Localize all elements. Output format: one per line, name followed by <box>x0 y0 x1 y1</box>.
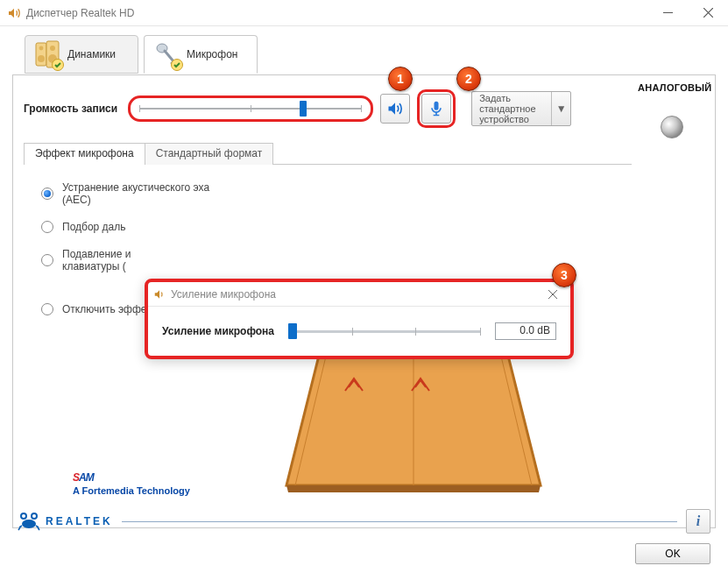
check-badge-icon <box>52 59 64 71</box>
svg-rect-0 <box>663 12 673 13</box>
radio-icon <box>41 303 53 315</box>
tab-mic-effect[interactable]: Эффект микрофона <box>24 143 145 165</box>
svg-point-17 <box>22 520 36 528</box>
recording-volume-row: Громкость записи Задать стандартн <box>24 88 632 130</box>
sam-logo: SAM A Fortemedia Technology <box>73 451 190 496</box>
check-badge-icon <box>171 59 183 71</box>
body-area: Динамики Микрофон Громкость записи <box>0 26 728 573</box>
mic-boost-button[interactable] <box>421 94 451 124</box>
realtek-text: REALTEK <box>46 515 113 527</box>
window-title: Диспетчер Realtek HD <box>26 7 647 19</box>
svg-marker-13 <box>286 485 541 492</box>
effect-keyboard-label: Подавление и клавиатуры ( <box>62 248 167 272</box>
device-tabs: Динамики Микрофон <box>12 35 716 75</box>
tab-microphone-label: Микрофон <box>187 48 237 60</box>
effect-farfield-label: Подбор даль <box>62 221 126 233</box>
tab-speakers[interactable]: Динамики <box>25 35 138 74</box>
mic-boost-button-highlight <box>417 89 456 128</box>
svg-point-6 <box>38 55 45 62</box>
realtek-logo: REALTEK <box>18 512 113 531</box>
sam-tagline: A Fortemedia Technology <box>73 485 190 496</box>
floor-graphic <box>278 345 549 494</box>
chevron-down-icon: ▼ <box>551 92 570 125</box>
annotation-badge-3: 3 <box>552 263 576 287</box>
sidebar: АНАЛОГОВЫЙ <box>638 82 706 138</box>
audio-jack-indicator[interactable] <box>661 116 683 138</box>
info-button[interactable]: i <box>686 509 710 534</box>
mic-boost-dialog: Усиление микрофона Усиление микрофона 0.… <box>145 279 574 359</box>
radio-icon <box>41 221 53 233</box>
recording-volume-slider[interactable] <box>128 96 373 122</box>
close-button[interactable] <box>688 0 728 26</box>
svg-point-3 <box>50 46 55 51</box>
radio-icon <box>41 254 53 266</box>
set-default-device-button[interactable]: Задать стандартное устройство ▼ <box>471 91 571 126</box>
svg-rect-10 <box>435 102 439 110</box>
mic-boost-label: Усиление микрофона <box>162 325 274 337</box>
set-default-device-label: Задать стандартное устройство <box>472 89 551 128</box>
ok-button[interactable]: OK <box>635 543 710 564</box>
mic-boost-titlebar: Усиление микрофона <box>148 282 570 307</box>
annotation-badge-1: 1 <box>388 67 413 91</box>
svg-point-19 <box>32 513 37 519</box>
mic-boost-slider[interactable] <box>288 330 481 333</box>
radio-icon <box>41 187 53 200</box>
svg-point-18 <box>21 513 26 519</box>
annotation-badge-2: 2 <box>456 67 481 91</box>
crab-icon <box>18 512 40 531</box>
effect-aec[interactable]: Устранение акустического эха (AEC) <box>41 177 632 210</box>
mic-icon <box>428 100 445 117</box>
sound-icon <box>386 100 404 117</box>
sidebar-title: АНАЛОГОВЫЙ <box>638 82 706 93</box>
tab-microphone[interactable]: Микрофон <box>144 35 258 74</box>
mic-boost-value: 0.0 dB <box>495 322 556 340</box>
speaker-icon <box>153 288 166 301</box>
effect-keyboard-suppression[interactable]: Подавление и клавиатуры ( <box>41 244 632 277</box>
speaker-icon <box>7 6 21 20</box>
realtek-bar: REALTEK i <box>18 508 710 534</box>
mic-subtabs: Эффект микрофона Стандартный формат <box>24 142 632 165</box>
minimize-button[interactable] <box>647 0 688 26</box>
titlebar: Диспетчер Realtek HD <box>0 0 728 26</box>
star-marker-icon <box>410 377 431 393</box>
svg-point-5 <box>39 46 44 51</box>
star-marker-icon <box>343 377 364 393</box>
effect-farfield[interactable]: Подбор даль <box>41 210 632 244</box>
effect-aec-label: Устранение акустического эха (AEC) <box>62 181 237 206</box>
tab-speakers-label: Динамики <box>67 48 116 60</box>
tab-standard-format[interactable]: Стандартный формат <box>145 143 274 165</box>
mute-button[interactable] <box>380 94 410 124</box>
mic-boost-title: Усиление микрофона <box>171 288 541 301</box>
recording-volume-label: Громкость записи <box>24 103 121 115</box>
